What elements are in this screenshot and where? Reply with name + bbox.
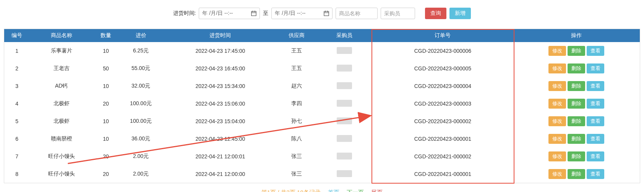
view-button[interactable]: 查看 [587, 116, 604, 126]
view-button[interactable]: 查看 [587, 99, 604, 109]
cell-price: 2.00元 [118, 165, 163, 183]
table-row: 4北极虾20100.00元2022-04-23 15:06:00李四CGD-20… [4, 95, 640, 112]
cell-time: 2022-04-23 15:34:00 [163, 77, 277, 95]
blurred-buyer-value [337, 153, 352, 159]
blurred-buyer-value [337, 135, 352, 142]
blurred-buyer-value [337, 47, 352, 54]
buyer-input[interactable] [381, 8, 415, 19]
delete-button[interactable]: 删除 [568, 46, 585, 56]
th-id: 编号 [4, 29, 30, 42]
cell-id: 7 [4, 148, 30, 165]
cell-price: 100.00元 [118, 95, 163, 112]
date-from-input[interactable]: 年 /月/日 --:-- [199, 8, 260, 19]
cell-qty: 20 [93, 165, 119, 183]
cell-supplier: 李四 [277, 95, 316, 112]
delete-button[interactable]: 删除 [568, 169, 585, 179]
cell-buyer [316, 77, 373, 95]
cell-id: 2 [4, 60, 30, 77]
cell-buyer [316, 95, 373, 112]
cell-buyer [316, 130, 373, 148]
delete-button[interactable]: 删除 [568, 63, 585, 73]
purchase-table: 编号 商品名称 数量 进价 进货时间 供应商 采购员 订单号 操作 1乐事薯片1… [4, 29, 640, 183]
pagination-first[interactable]: 首页 [328, 189, 339, 192]
table-row: 5北极虾10100.00元2022-04-23 15:04:00孙七CGD-20… [4, 112, 640, 130]
cell-op: 修改删除查看 [513, 165, 640, 183]
th-order: 订单号 [373, 29, 513, 42]
cell-order: CGD-20220423-000002 [373, 112, 513, 130]
blurred-buyer-value [337, 170, 352, 177]
cell-time: 2022-04-23 12:45:00 [163, 130, 277, 148]
edit-button[interactable]: 修改 [548, 63, 566, 73]
th-supplier: 供应商 [277, 29, 316, 42]
cell-price: 36.00元 [118, 130, 163, 148]
table-header-row: 编号 商品名称 数量 进价 进货时间 供应商 采购员 订单号 操作 [4, 29, 640, 42]
cell-product: 王老吉 [30, 60, 93, 77]
cell-order: CGD-20220423-000005 [373, 60, 513, 77]
cell-id: 6 [4, 130, 30, 148]
cell-time: 2022-04-23 15:06:00 [163, 95, 277, 112]
product-name-input[interactable] [336, 8, 378, 19]
cell-time: 2022-04-23 15:04:00 [163, 112, 277, 130]
pagination-last[interactable]: 尾页 [371, 189, 383, 192]
th-price: 进价 [118, 29, 163, 42]
delete-button[interactable]: 删除 [568, 81, 585, 91]
pagination-info: 第1页 / 共2页 10条记录 [261, 189, 321, 192]
th-time: 进货时间 [163, 29, 277, 42]
cell-op: 修改删除查看 [513, 148, 640, 165]
cell-qty: 20 [93, 148, 119, 165]
delete-button[interactable]: 删除 [568, 116, 585, 126]
svg-rect-4 [324, 11, 329, 16]
edit-button[interactable]: 修改 [548, 151, 566, 161]
edit-button[interactable]: 修改 [548, 116, 566, 126]
cell-product: 旺仔小馒头 [30, 148, 93, 165]
cell-price: 32.00元 [118, 77, 163, 95]
edit-button[interactable]: 修改 [548, 134, 566, 144]
cell-supplier: 王五 [277, 60, 316, 77]
delete-button[interactable]: 删除 [568, 99, 585, 109]
view-button[interactable]: 查看 [587, 151, 604, 161]
cell-supplier: 王五 [277, 42, 316, 60]
cell-buyer [316, 112, 373, 130]
view-button[interactable]: 查看 [587, 63, 604, 73]
cell-product: 乐事薯片 [30, 42, 93, 60]
table-row: 6赣南脐橙1036.00元2022-04-23 12:45:00陈八CGD-20… [4, 130, 640, 148]
view-button[interactable]: 查看 [587, 169, 604, 179]
delete-button[interactable]: 删除 [568, 134, 585, 144]
cell-op: 修改删除查看 [513, 130, 640, 148]
edit-button[interactable]: 修改 [548, 46, 566, 56]
cell-op: 修改删除查看 [513, 112, 640, 130]
cell-qty: 10 [93, 77, 119, 95]
table-row: 7旺仔小馒头202.00元2022-04-21 12:00:01张三CGD-20… [4, 148, 640, 165]
cell-product: 赣南脐橙 [30, 130, 93, 148]
cell-time: 2022-04-21 12:00:01 [163, 148, 277, 165]
calendar-icon [324, 11, 329, 16]
blurred-buyer-value [337, 100, 352, 107]
view-button[interactable]: 查看 [587, 134, 604, 144]
cell-order: CGD-20220423-000006 [373, 42, 513, 60]
cell-id: 5 [4, 112, 30, 130]
add-button[interactable]: 新增 [449, 8, 471, 19]
edit-button[interactable]: 修改 [548, 169, 566, 179]
edit-button[interactable]: 修改 [548, 99, 566, 109]
th-op: 操作 [513, 29, 640, 42]
cell-supplier: 赵六 [277, 77, 316, 95]
search-button[interactable]: 查询 [425, 8, 446, 19]
view-button[interactable]: 查看 [587, 81, 604, 91]
pagination-next[interactable]: 下一页 [347, 189, 364, 192]
cell-buyer [316, 60, 373, 77]
cell-product: 北极虾 [30, 95, 93, 112]
delete-button[interactable]: 删除 [568, 151, 585, 161]
cell-supplier: 张三 [277, 148, 316, 165]
edit-button[interactable]: 修改 [548, 81, 566, 91]
view-button[interactable]: 查看 [587, 46, 604, 56]
cell-id: 1 [4, 42, 30, 60]
blurred-buyer-value [337, 82, 352, 89]
cell-product: 北极虾 [30, 112, 93, 130]
blurred-buyer-value [337, 117, 352, 124]
cell-price: 100.00元 [118, 112, 163, 130]
cell-op: 修改删除查看 [513, 60, 640, 77]
date-to-input[interactable]: 年 /月/日 --:-- [271, 8, 333, 19]
cell-time: 2022-04-21 12:00:00 [163, 165, 277, 183]
cell-qty: 10 [93, 112, 119, 130]
table-row: 8旺仔小馒头202.00元2022-04-21 12:00:00张三CGD-20… [4, 165, 640, 183]
